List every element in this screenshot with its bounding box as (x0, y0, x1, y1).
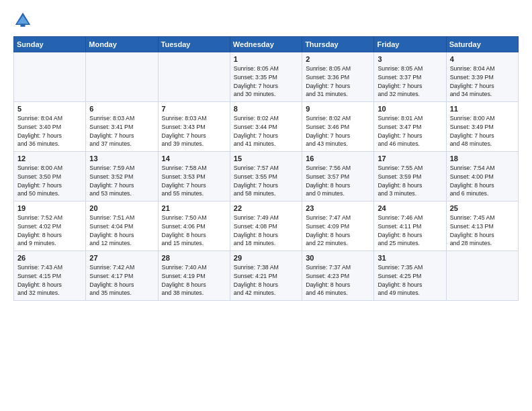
logo-icon (13, 11, 32, 30)
day-number: 30 (306, 254, 370, 262)
day-number: 23 (306, 204, 370, 212)
calendar-cell: 22Sunrise: 7:49 AM Sunset: 4:08 PM Dayli… (230, 201, 302, 251)
calendar-cell: 29Sunrise: 7:38 AM Sunset: 4:21 PM Dayli… (230, 251, 302, 301)
day-info: Sunrise: 8:03 AM Sunset: 3:41 PM Dayligh… (89, 114, 154, 148)
day-info: Sunrise: 8:02 AM Sunset: 3:44 PM Dayligh… (234, 114, 298, 148)
calendar-cell: 23Sunrise: 7:47 AM Sunset: 4:09 PM Dayli… (302, 201, 374, 251)
day-info: Sunrise: 8:00 AM Sunset: 3:49 PM Dayligh… (450, 114, 515, 148)
calendar-cell: 2Sunrise: 8:05 AM Sunset: 3:36 PM Daylig… (302, 52, 374, 102)
day-number: 15 (234, 154, 298, 163)
calendar-cell: 6Sunrise: 8:03 AM Sunset: 3:41 PM Daylig… (86, 102, 158, 152)
calendar-cell: 14Sunrise: 7:58 AM Sunset: 3:53 PM Dayli… (158, 152, 230, 201)
day-info: Sunrise: 7:37 AM Sunset: 4:23 PM Dayligh… (306, 263, 370, 298)
day-info: Sunrise: 7:56 AM Sunset: 3:57 PM Dayligh… (306, 164, 370, 198)
day-number: 27 (89, 254, 154, 262)
day-info: Sunrise: 7:38 AM Sunset: 4:21 PM Dayligh… (234, 263, 298, 298)
calendar-cell: 18Sunrise: 7:54 AM Sunset: 4:00 PM Dayli… (446, 152, 518, 201)
calendar-cell: 20Sunrise: 7:51 AM Sunset: 4:04 PM Dayli… (86, 201, 158, 251)
day-info: Sunrise: 7:49 AM Sunset: 4:08 PM Dayligh… (234, 214, 298, 248)
calendar-cell: 31Sunrise: 7:35 AM Sunset: 4:25 PM Dayli… (374, 251, 446, 301)
day-info: Sunrise: 8:05 AM Sunset: 3:35 PM Dayligh… (234, 64, 298, 99)
calendar-cell: 21Sunrise: 7:50 AM Sunset: 4:06 PM Dayli… (158, 201, 230, 251)
day-number: 25 (450, 204, 515, 212)
header (13, 11, 519, 30)
weekday-header-row: SundayMondayTuesdayWednesdayThursdayFrid… (14, 37, 519, 52)
svg-rect-2 (21, 24, 26, 27)
day-info: Sunrise: 8:05 AM Sunset: 3:36 PM Dayligh… (306, 64, 370, 99)
calendar-cell: 25Sunrise: 7:45 AM Sunset: 4:13 PM Dayli… (446, 201, 518, 251)
day-number: 2 (306, 55, 370, 63)
day-info: Sunrise: 7:35 AM Sunset: 4:25 PM Dayligh… (378, 263, 442, 298)
calendar-cell (446, 251, 518, 301)
day-info: Sunrise: 7:45 AM Sunset: 4:13 PM Dayligh… (450, 214, 515, 248)
day-number: 9 (306, 105, 370, 113)
weekday-header-friday: Friday (374, 37, 446, 52)
calendar-cell: 27Sunrise: 7:42 AM Sunset: 4:17 PM Dayli… (86, 251, 158, 301)
calendar-cell: 7Sunrise: 8:03 AM Sunset: 3:43 PM Daylig… (158, 102, 230, 152)
day-info: Sunrise: 7:52 AM Sunset: 4:02 PM Dayligh… (17, 214, 82, 248)
day-info: Sunrise: 7:42 AM Sunset: 4:17 PM Dayligh… (89, 263, 154, 298)
calendar-cell: 4Sunrise: 8:04 AM Sunset: 3:39 PM Daylig… (446, 52, 518, 102)
week-row-3: 19Sunrise: 7:52 AM Sunset: 4:02 PM Dayli… (14, 201, 519, 251)
day-number: 17 (378, 154, 442, 163)
day-number: 1 (234, 55, 298, 63)
day-number: 12 (17, 154, 82, 163)
day-info: Sunrise: 8:04 AM Sunset: 3:40 PM Dayligh… (17, 114, 82, 148)
day-info: Sunrise: 8:01 AM Sunset: 3:47 PM Dayligh… (378, 114, 442, 148)
weekday-header-tuesday: Tuesday (158, 37, 230, 52)
calendar-cell (158, 52, 230, 102)
day-number: 13 (89, 154, 154, 163)
calendar-cell: 19Sunrise: 7:52 AM Sunset: 4:02 PM Dayli… (14, 201, 86, 251)
weekday-header-wednesday: Wednesday (230, 37, 302, 52)
day-number: 8 (234, 105, 298, 113)
day-info: Sunrise: 7:59 AM Sunset: 3:52 PM Dayligh… (89, 164, 154, 198)
week-row-1: 5Sunrise: 8:04 AM Sunset: 3:40 PM Daylig… (14, 102, 519, 152)
weekday-header-thursday: Thursday (302, 37, 374, 52)
weekday-header-sunday: Sunday (14, 37, 86, 52)
day-number: 16 (306, 154, 370, 163)
calendar-cell: 1Sunrise: 8:05 AM Sunset: 3:35 PM Daylig… (230, 52, 302, 102)
day-info: Sunrise: 7:47 AM Sunset: 4:09 PM Dayligh… (306, 214, 370, 248)
day-info: Sunrise: 7:43 AM Sunset: 4:15 PM Dayligh… (17, 263, 82, 298)
day-number: 19 (17, 204, 82, 212)
calendar-cell: 13Sunrise: 7:59 AM Sunset: 3:52 PM Dayli… (86, 152, 158, 201)
logo (13, 11, 36, 30)
week-row-2: 12Sunrise: 8:00 AM Sunset: 3:50 PM Dayli… (14, 152, 519, 201)
calendar-cell (14, 52, 86, 102)
week-row-0: 1Sunrise: 8:05 AM Sunset: 3:35 PM Daylig… (14, 52, 519, 102)
week-row-4: 26Sunrise: 7:43 AM Sunset: 4:15 PM Dayli… (14, 251, 519, 301)
calendar-cell: 3Sunrise: 8:05 AM Sunset: 3:37 PM Daylig… (374, 52, 446, 102)
day-info: Sunrise: 8:03 AM Sunset: 3:43 PM Dayligh… (162, 114, 226, 148)
calendar-cell: 17Sunrise: 7:55 AM Sunset: 3:59 PM Dayli… (374, 152, 446, 201)
calendar-cell: 15Sunrise: 7:57 AM Sunset: 3:55 PM Dayli… (230, 152, 302, 201)
day-info: Sunrise: 7:50 AM Sunset: 4:06 PM Dayligh… (162, 214, 226, 248)
day-info: Sunrise: 8:04 AM Sunset: 3:39 PM Dayligh… (450, 64, 515, 99)
weekday-header-saturday: Saturday (446, 37, 518, 52)
day-number: 14 (162, 154, 226, 163)
day-number: 18 (450, 154, 515, 163)
calendar-cell: 28Sunrise: 7:40 AM Sunset: 4:19 PM Dayli… (158, 251, 230, 301)
day-info: Sunrise: 8:02 AM Sunset: 3:46 PM Dayligh… (306, 114, 370, 148)
day-info: Sunrise: 7:55 AM Sunset: 3:59 PM Dayligh… (378, 164, 442, 198)
calendar-cell: 16Sunrise: 7:56 AM Sunset: 3:57 PM Dayli… (302, 152, 374, 201)
day-number: 6 (89, 105, 154, 113)
day-number: 22 (234, 204, 298, 212)
calendar-cell: 10Sunrise: 8:01 AM Sunset: 3:47 PM Dayli… (374, 102, 446, 152)
calendar-table: SundayMondayTuesdayWednesdayThursdayFrid… (13, 36, 519, 301)
day-number: 26 (17, 254, 82, 262)
day-info: Sunrise: 7:40 AM Sunset: 4:19 PM Dayligh… (162, 263, 226, 298)
day-number: 3 (378, 55, 442, 63)
calendar-cell: 5Sunrise: 8:04 AM Sunset: 3:40 PM Daylig… (14, 102, 86, 152)
calendar-cell: 24Sunrise: 7:46 AM Sunset: 4:11 PM Dayli… (374, 201, 446, 251)
day-number: 21 (162, 204, 226, 212)
calendar-cell (86, 52, 158, 102)
day-info: Sunrise: 7:51 AM Sunset: 4:04 PM Dayligh… (89, 214, 154, 248)
weekday-header-monday: Monday (86, 37, 158, 52)
day-number: 29 (234, 254, 298, 262)
calendar-cell: 11Sunrise: 8:00 AM Sunset: 3:49 PM Dayli… (446, 102, 518, 152)
day-number: 4 (450, 55, 515, 63)
calendar-cell: 30Sunrise: 7:37 AM Sunset: 4:23 PM Dayli… (302, 251, 374, 301)
calendar-cell: 8Sunrise: 8:02 AM Sunset: 3:44 PM Daylig… (230, 102, 302, 152)
page: SundayMondayTuesdayWednesdayThursdayFrid… (0, 0, 532, 411)
calendar-cell: 26Sunrise: 7:43 AM Sunset: 4:15 PM Dayli… (14, 251, 86, 301)
